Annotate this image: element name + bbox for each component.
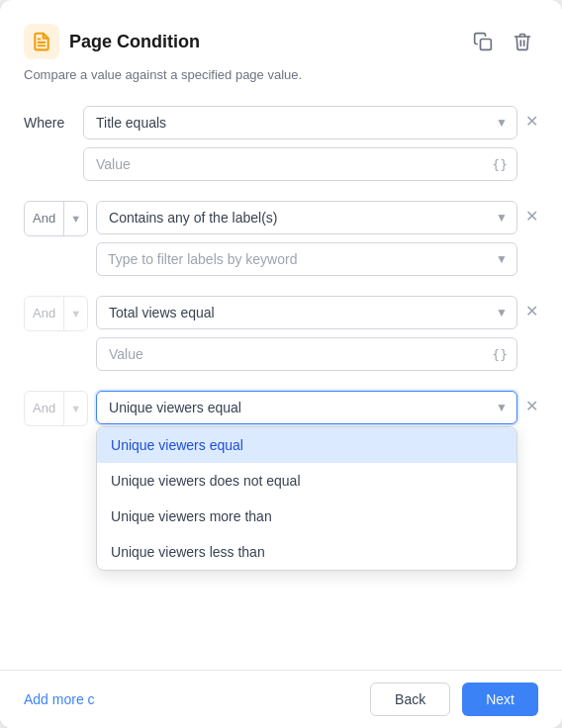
page-condition-card: Page Condition Compare a value against [0,0,562,728]
condition4-select-wrapper: Unique viewers equal Unique viewers does… [96,391,517,424]
condition2-remove-button[interactable]: ✕ [525,201,538,225]
delete-button[interactable] [507,26,538,57]
condition4-fields: Unique viewers equal Unique viewers does… [96,391,517,424]
condition2-select-wrapper: Contains any of the label(s) Does not co… [96,201,517,234]
card-subtitle: Compare a value against a specified page… [24,67,538,82]
dropdown-item-1[interactable]: Unique viewers does not equal [97,463,516,499]
condition4-and-label: And [25,391,63,426]
condition4-and-badge[interactable]: And ▼ [24,391,88,426]
condition2-select[interactable]: Contains any of the label(s) Does not co… [96,201,517,234]
condition3-and-chevron-icon[interactable]: ▼ [63,296,87,331]
condition4-and-chevron-icon[interactable]: ▼ [63,391,87,426]
next-button[interactable]: Next [462,682,538,716]
condition1-select-wrapper: Title equals Title does not equal Title … [83,106,517,139]
condition4-select[interactable]: Unique viewers equal Unique viewers does… [96,391,517,424]
condition3-fields: Total views equal Total views does not e… [96,296,517,371]
header-actions [467,26,538,57]
condition1-select[interactable]: Title equals Title does not equal Title … [83,106,517,139]
header-left: Page Condition [24,24,200,59]
condition2-filter-wrapper: ▼ Type to filter labels by keyword [96,242,517,276]
condition-row-2: And ▼ Contains any of the label(s) Does … [24,201,538,276]
condition-row-1: Where Title equals Title does not equal … [24,106,538,181]
card-footer: Add more c Back Next [0,670,562,728]
condition3-value-input[interactable] [96,337,517,371]
condition3-and-label: And [25,296,63,331]
condition1-fields: Title equals Title does not equal Title … [83,106,517,181]
footer-buttons: Back Next [370,682,538,716]
condition2-and-label: And [25,201,63,236]
condition2-filter-select[interactable] [96,242,517,276]
condition4-dropdown: Unique viewers equal Unique viewers does… [96,426,517,571]
condition4-remove-button[interactable]: ✕ [525,391,538,414]
condition-row-4: And ▼ Unique viewers equal Unique viewer… [24,391,538,426]
condition3-select-wrapper: Total views equal Total views does not e… [96,296,517,329]
copy-button[interactable] [467,26,499,57]
condition1-value-input[interactable] [83,147,517,181]
back-button[interactable]: Back [370,682,450,716]
dropdown-item-0[interactable]: Unique viewers equal [97,427,516,463]
condition2-fields: Contains any of the label(s) Does not co… [96,201,517,276]
condition2-and-chevron-icon[interactable]: ▼ [63,201,87,236]
condition3-and-badge[interactable]: And ▼ [24,296,88,331]
condition1-remove-button[interactable]: ✕ [525,106,538,130]
where-label: Where [24,106,75,131]
condition3-value-wrapper: {} [96,337,517,371]
dropdown-item-2[interactable]: Unique viewers more than [97,499,516,534]
svg-rect-2 [481,40,492,50]
condition2-and-badge[interactable]: And ▼ [24,201,88,236]
condition-row-3: And ▼ Total views equal Total views does… [24,296,538,371]
page-title: Page Condition [69,32,200,52]
condition3-select[interactable]: Total views equal Total views does not e… [96,296,517,329]
condition1-value-wrapper: {} [83,147,517,181]
card-header: Page Condition [24,24,538,59]
page-icon [24,24,59,59]
condition3-remove-button[interactable]: ✕ [525,296,538,319]
add-more-link[interactable]: Add more c [24,691,95,707]
dropdown-item-3[interactable]: Unique viewers less than [97,534,516,570]
